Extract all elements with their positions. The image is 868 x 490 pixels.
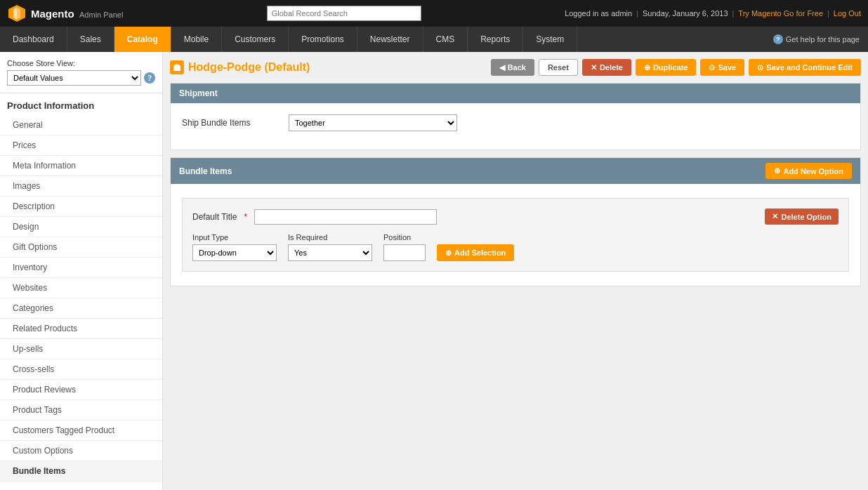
shipment-section-header: Shipment xyxy=(171,84,860,103)
store-view-label: Choose Store View: xyxy=(7,59,155,67)
content-area: Hodge-Podge (Default) ◀ Back Reset ✕ Del… xyxy=(163,52,868,490)
logo-area: Magento Admin Panel xyxy=(7,4,123,23)
add-new-option-icon: ⊕ xyxy=(774,166,780,176)
logout-link[interactable]: Log Out xyxy=(834,9,861,18)
product-info-heading: Product Information xyxy=(0,93,162,115)
sidebar-item-product-reviews[interactable]: Product Reviews xyxy=(0,380,162,400)
nav-help[interactable]: ? Get help for this page xyxy=(765,27,868,52)
top-right-info: Logged in as admin | Sunday, January 6, … xyxy=(565,9,861,18)
position-col: Position xyxy=(383,233,426,261)
store-view-select[interactable]: Default Values xyxy=(7,70,141,86)
logo-text: Magento Admin Panel xyxy=(31,8,123,20)
bundle-option-area: Default Title * ✕ Delete Option Input Ty… xyxy=(182,198,849,272)
shipment-section: Shipment Ship Bundle Items Together Sepa… xyxy=(170,83,861,150)
sidebar-item-inventory[interactable]: Inventory xyxy=(0,258,162,278)
sidebar-item-websites[interactable]: Websites xyxy=(0,278,162,298)
sidebar-item-customers-tagged[interactable]: Customers Tagged Product xyxy=(0,421,162,441)
nav-item-mobile[interactable]: Mobile xyxy=(171,27,222,52)
global-search-input[interactable] xyxy=(267,6,421,21)
svg-rect-4 xyxy=(175,64,179,66)
sidebar-item-product-tags[interactable]: Product Tags xyxy=(0,400,162,421)
is-required-col: Is Required Yes No xyxy=(288,233,372,261)
action-buttons: ◀ Back Reset ✕ Delete ⊕ Duplicate ⊙ Save xyxy=(491,59,861,76)
add-new-option-button[interactable]: ⊕ Add New Option xyxy=(765,163,852,179)
ship-bundle-label: Ship Bundle Items xyxy=(182,118,280,128)
sidebar-item-cross-sells[interactable]: Cross-sells xyxy=(0,359,162,380)
position-label: Position xyxy=(383,233,426,241)
sidebar-item-up-sells[interactable]: Up-sells xyxy=(0,339,162,359)
delete-button[interactable]: ✕ Delete xyxy=(582,59,631,76)
sidebar: Choose Store View: Default Values ? Prod… xyxy=(0,52,163,490)
nav-item-sales[interactable]: Sales xyxy=(67,27,114,52)
duplicate-button[interactable]: ⊕ Duplicate xyxy=(636,59,697,76)
input-type-select[interactable]: Drop-down Radio Buttons Checkbox Multi-S… xyxy=(192,244,277,261)
sidebar-item-images[interactable]: Images xyxy=(0,176,162,197)
position-input[interactable] xyxy=(383,244,426,261)
bundle-items-title: Bundle Items xyxy=(179,166,232,176)
magento-logo-icon xyxy=(7,4,27,23)
sidebar-item-custom-options[interactable]: Custom Options xyxy=(0,441,162,461)
delete-icon: ✕ xyxy=(591,63,597,72)
input-type-label: Input Type xyxy=(192,233,277,241)
save-continue-icon: ⊙ xyxy=(757,63,763,72)
product-title: Hodge-Podge (Default) xyxy=(188,61,310,74)
nav-item-catalog[interactable]: Catalog xyxy=(114,27,171,52)
search-area xyxy=(130,6,558,21)
bundle-sub-row: Input Type Drop-down Radio Buttons Check… xyxy=(192,233,839,261)
save-continue-button[interactable]: ⊙ Save and Continue Edit xyxy=(749,59,861,76)
nav-item-reports[interactable]: Reports xyxy=(468,27,523,52)
logged-in-text: Logged in as admin xyxy=(565,9,632,18)
delete-option-button[interactable]: ✕ Delete Option xyxy=(765,208,839,225)
main-layout: Choose Store View: Default Values ? Prod… xyxy=(0,52,868,490)
box-icon xyxy=(172,62,182,72)
default-title-input[interactable] xyxy=(254,209,437,225)
sidebar-item-design[interactable]: Design xyxy=(0,217,162,237)
try-magento-link[interactable]: Try Magento Go for Free xyxy=(738,9,823,18)
default-title-label: Default Title xyxy=(192,212,237,222)
svg-marker-2 xyxy=(17,7,20,20)
required-star: * xyxy=(244,212,247,222)
save-icon: ⊙ xyxy=(709,63,715,72)
sidebar-item-general[interactable]: General xyxy=(0,115,162,135)
content-header: Hodge-Podge (Default) ◀ Back Reset ✕ Del… xyxy=(170,59,861,76)
sidebar-item-gift-options[interactable]: Gift Options xyxy=(0,237,162,258)
help-icon: ? xyxy=(773,34,783,44)
nav-item-newsletter[interactable]: Newsletter xyxy=(357,27,423,52)
date-text: Sunday, January 6, 2013 xyxy=(643,9,728,18)
bundle-items-section: Bundle Items ⊕ Add New Option Default Ti… xyxy=(170,157,861,286)
sidebar-item-meta[interactable]: Meta Information xyxy=(0,156,162,176)
save-button[interactable]: ⊙ Save xyxy=(700,59,744,76)
store-view-row: Default Values ? xyxy=(7,70,155,86)
store-view-area: Choose Store View: Default Values ? xyxy=(0,52,162,93)
is-required-select[interactable]: Yes No xyxy=(288,244,372,261)
sidebar-item-bundle-items[interactable]: Bundle Items xyxy=(0,461,162,482)
product-icon xyxy=(170,60,184,74)
store-view-help-icon[interactable]: ? xyxy=(144,72,155,84)
help-text: Get help for this page xyxy=(786,35,860,44)
input-type-col: Input Type Drop-down Radio Buttons Check… xyxy=(192,233,277,261)
sidebar-item-categories[interactable]: Categories xyxy=(0,298,162,319)
nav-item-promotions[interactable]: Promotions xyxy=(289,27,357,52)
add-selection-col: ⊕ Add Selection xyxy=(437,244,514,261)
nav-item-customers[interactable]: Customers xyxy=(222,27,289,52)
ship-bundle-select[interactable]: Together Separately xyxy=(289,114,457,131)
back-button[interactable]: ◀ Back xyxy=(491,59,534,76)
sidebar-item-prices[interactable]: Prices xyxy=(0,135,162,156)
product-title-area: Hodge-Podge (Default) xyxy=(170,60,491,74)
sidebar-item-related-products[interactable]: Related Products xyxy=(0,319,162,339)
add-selection-button[interactable]: ⊕ Add Selection xyxy=(437,244,514,261)
bundle-items-header: Bundle Items ⊕ Add New Option xyxy=(171,158,860,184)
ship-bundle-row: Ship Bundle Items Together Separately xyxy=(182,114,849,131)
nav-item-dashboard[interactable]: Dashboard xyxy=(0,27,67,52)
reset-button[interactable]: Reset xyxy=(539,59,578,76)
delete-option-icon: ✕ xyxy=(772,212,778,221)
nav-item-system[interactable]: System xyxy=(523,27,577,52)
shipment-section-body: Ship Bundle Items Together Separately xyxy=(171,103,860,150)
svg-marker-1 xyxy=(13,7,17,20)
nav-item-cms[interactable]: CMS xyxy=(423,27,468,52)
bundle-option-title-row: Default Title * ✕ Delete Option xyxy=(192,208,839,225)
duplicate-icon: ⊕ xyxy=(644,63,650,72)
sidebar-item-description[interactable]: Description xyxy=(0,197,162,217)
shipment-title: Shipment xyxy=(179,88,218,98)
add-selection-icon: ⊕ xyxy=(445,249,452,258)
